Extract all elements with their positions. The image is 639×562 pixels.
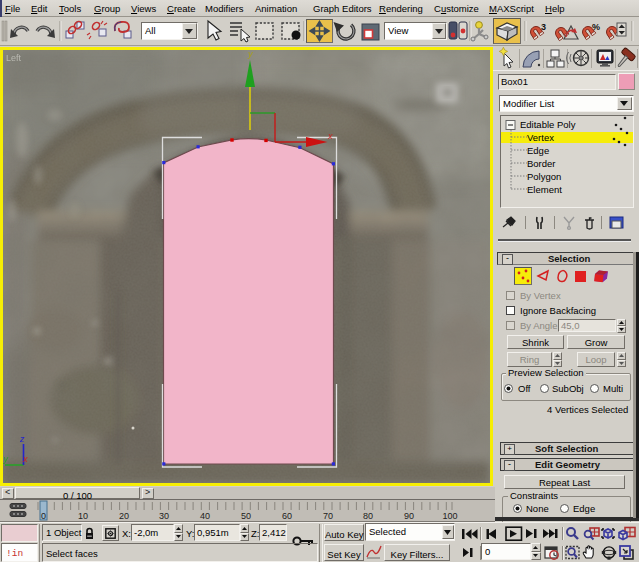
svg-text:3: 3 bbox=[541, 22, 546, 32]
svg-text:100: 100 bbox=[442, 511, 457, 521]
svg-text:Left: Left bbox=[6, 53, 22, 63]
svg-text:90: 90 bbox=[404, 511, 414, 521]
svg-text:%: % bbox=[592, 22, 600, 32]
svg-text:10: 10 bbox=[78, 511, 88, 521]
svg-text:20: 20 bbox=[119, 511, 129, 521]
svg-text:y: y bbox=[247, 50, 253, 59]
svg-text:30: 30 bbox=[159, 511, 169, 521]
svg-text:0: 0 bbox=[41, 511, 46, 521]
svg-text:x: x bbox=[327, 131, 333, 141]
svg-text:y: y bbox=[3, 454, 9, 464]
svg-text:z: z bbox=[19, 434, 25, 444]
svg-text:x: x bbox=[22, 454, 28, 464]
svg-text:50: 50 bbox=[241, 511, 251, 521]
svg-text:60: 60 bbox=[282, 511, 292, 521]
svg-text:80: 80 bbox=[363, 511, 373, 521]
svg-text:40: 40 bbox=[200, 511, 210, 521]
svg-text:70: 70 bbox=[323, 511, 333, 521]
